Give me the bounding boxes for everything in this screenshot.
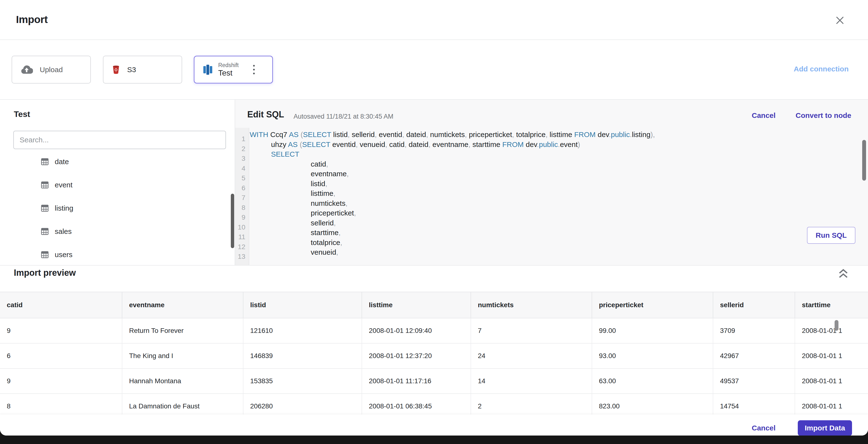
cloud-upload-icon	[20, 65, 33, 74]
line-number: 3	[235, 154, 249, 164]
table-item-date[interactable]: date	[0, 150, 235, 173]
table-item-sales[interactable]: sales	[0, 220, 235, 243]
code-line-6: listid,	[250, 179, 868, 189]
preview-table-body: 9Return To Forever1216102008-01-01 12:09…	[0, 318, 868, 419]
code-line-7: listtime,	[250, 189, 868, 198]
line-number: 8	[235, 203, 249, 213]
table-item-label: listing	[55, 204, 73, 212]
column-header-listid: listid	[243, 292, 362, 318]
import-preview-title: Import preview	[14, 268, 76, 278]
table-cell: The King and I	[122, 344, 243, 368]
preview-table-header: catideventnamelistidlisttimenumticketspr…	[0, 292, 868, 318]
table-grid-icon	[41, 181, 49, 189]
tile-menu-button[interactable]	[253, 56, 255, 83]
redshift-icon	[203, 64, 213, 75]
table-cell: 6	[0, 344, 122, 368]
column-header-listtime: listtime	[362, 292, 471, 318]
table-cell: 14	[471, 369, 592, 393]
table-item-users[interactable]: users	[0, 243, 235, 265]
code-line-10: sellerid,	[250, 218, 868, 228]
table-item-event[interactable]: event	[0, 173, 235, 197]
table-row: 6The King and I1468392008-01-01 12:37:20…	[0, 344, 868, 369]
line-number: 13	[235, 252, 249, 262]
editor-scrollbar[interactable]	[862, 140, 866, 181]
table-cell: 42967	[713, 344, 795, 368]
table-cell: 3709	[713, 318, 795, 343]
close-button[interactable]	[834, 14, 846, 27]
table-item-listing[interactable]: listing	[0, 197, 235, 220]
modal-title: Import	[16, 13, 48, 25]
connection-name-heading: Test	[14, 109, 30, 119]
table-cell: 2008-01-01 12:37:20	[362, 344, 471, 368]
table-cell: 7	[471, 318, 592, 343]
table-cell: 24	[471, 344, 592, 368]
column-header-priceperticket: priceperticket	[592, 292, 713, 318]
import-data-button[interactable]: Import Data	[798, 420, 852, 436]
edit-sql-title: Edit SQL	[247, 109, 284, 120]
column-header-starttime: starttime	[795, 292, 868, 318]
table-cell: 99.00	[592, 318, 713, 343]
code-line-2: uhzy AS (SELECT eventid, venueid, catid,…	[250, 140, 868, 150]
code-line-8: numtickets,	[250, 198, 868, 209]
table-cell: 2008-01-01 1	[795, 369, 868, 393]
tile-label-redshift-name: Test	[218, 68, 239, 77]
table-grid-icon	[41, 227, 49, 235]
table-grid-icon	[41, 204, 49, 212]
table-cell: 2008-01-01 12:09:40	[362, 318, 471, 343]
tile-caption-redshift: Redshift	[218, 62, 239, 68]
table-item-label: users	[55, 251, 72, 259]
line-number: 10	[235, 222, 249, 232]
table-cell: 9	[0, 369, 122, 393]
convert-to-node-button[interactable]: Convert to node	[796, 112, 851, 120]
kebab-menu-icon	[253, 65, 255, 67]
table-item-label: date	[55, 158, 69, 166]
tile-redshift-text: Redshift Test	[218, 62, 239, 77]
code-line-13: venueid,	[250, 247, 868, 257]
tile-label-s3: S3	[127, 66, 136, 74]
table-cell: Hannah Montana	[122, 369, 243, 393]
line-number: 11	[235, 232, 249, 242]
table-cell: 2008-01-01 1	[795, 344, 868, 368]
connection-tile-redshift[interactable]: Redshift Test	[194, 56, 273, 84]
table-cell: 93.00	[592, 344, 713, 368]
table-cell: 2008-01-01 11:17:16	[362, 369, 471, 393]
add-connection-link[interactable]: Add connection	[794, 65, 848, 73]
tile-label-upload: Upload	[40, 66, 63, 74]
import-modal: Import Upload	[0, 0, 868, 436]
code-line-3: SELECT	[250, 149, 868, 159]
sql-code-editor[interactable]: 12345678910111213 WITH Ccq7 AS (SELECT l…	[235, 128, 868, 265]
collapse-preview-button[interactable]	[837, 267, 849, 280]
run-sql-button[interactable]: Run SQL	[807, 227, 856, 244]
preview-scrollbar[interactable]	[835, 320, 838, 331]
close-icon	[835, 15, 845, 25]
code-line-9: priceperticket,	[250, 208, 868, 218]
table-cell: 146839	[243, 344, 362, 368]
table-cell: 49537	[713, 369, 795, 393]
column-header-numtickets: numtickets	[471, 292, 592, 318]
table-grid-icon	[41, 251, 49, 259]
sql-cancel-button[interactable]: Cancel	[752, 112, 775, 120]
table-row: 9Hannah Montana1538352008-01-01 11:17:16…	[0, 369, 868, 394]
search-input[interactable]	[13, 131, 226, 149]
table-row: 9Return To Forever1216102008-01-01 12:09…	[0, 318, 868, 344]
autosave-status: Autosaved 11/18/21 at 8:30:45 AM	[293, 113, 393, 120]
column-header-sellerid: sellerid	[713, 292, 795, 318]
sql-code-area[interactable]: WITH Ccq7 AS (SELECT listid, sellerid, e…	[250, 128, 868, 257]
modal-footer	[0, 414, 868, 436]
footer-cancel-button[interactable]: Cancel	[752, 420, 775, 436]
table-cell: 153835	[243, 369, 362, 393]
table-cell: Return To Forever	[122, 318, 243, 343]
left-panel-scrollbar[interactable]	[231, 194, 234, 248]
column-header-eventname: eventname	[122, 292, 243, 318]
line-number: 5	[235, 173, 249, 183]
code-line-5: eventname,	[250, 169, 868, 179]
line-number: 1	[235, 134, 249, 144]
table-cell: 2008-01-01 1	[795, 318, 868, 343]
line-number: 7	[235, 193, 249, 203]
connection-tile-s3[interactable]: S3	[103, 56, 182, 84]
line-number-gutter: 12345678910111213	[235, 128, 249, 265]
line-number: 12	[235, 242, 249, 252]
connection-tile-upload[interactable]: Upload	[11, 56, 91, 84]
code-line-1: WITH Ccq7 AS (SELECT listid, sellerid, e…	[250, 130, 868, 140]
code-line-12: totalprice,	[250, 238, 868, 248]
